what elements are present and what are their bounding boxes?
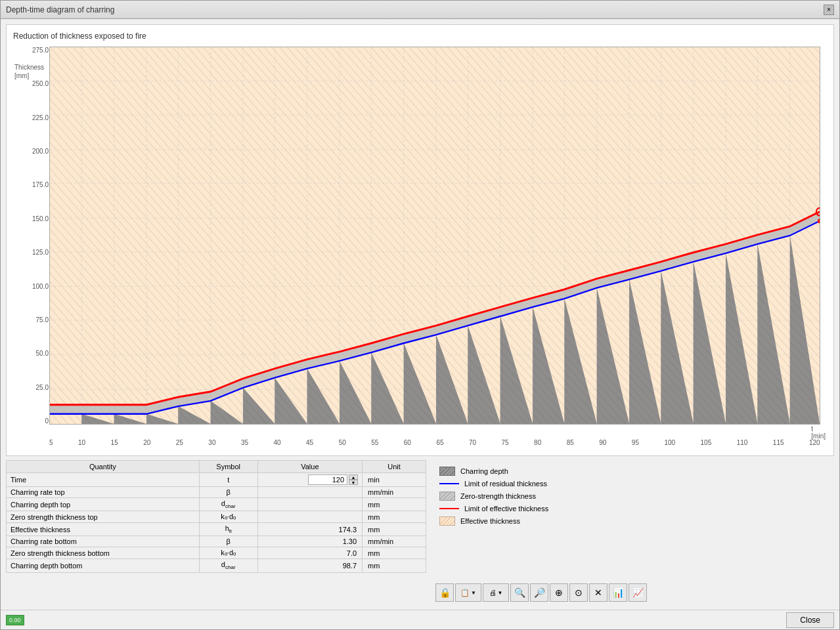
status-left: 0.00 [6,615,24,625]
x-axis: 5 10 15 20 25 30 35 40 45 50 55 60 65 70… [49,439,820,446]
lock-button[interactable]: 🔒 [435,583,454,602]
row-quantity: Time [7,473,200,487]
row-symbol: β [199,487,257,498]
y-ticks: 275.0 250.0 225.0 200.0 175.0 150.0 125.… [20,47,49,425]
row-unit: mm [363,559,426,572]
row-symbol: β [199,536,257,547]
data-table: Quantity Symbol Value Unit Time t [6,460,426,573]
legend-effective-limit: Limit of effective thickness [439,505,828,513]
zoom-fit-button[interactable]: ⊕ [550,583,568,602]
row-unit: mm [363,523,426,536]
table-row: Zero strength thickness top k₀·d₀ mm [7,511,426,523]
table-row: Zero strength thickness bottom k₀·d₀ 7.0… [7,547,426,559]
col-unit: Unit [363,461,426,473]
row-quantity: Charring depth bottom [7,559,200,572]
col-value: Value [257,461,362,473]
legend-effective-thickness: Effective thickness [439,516,828,526]
row-symbol: t [199,473,257,487]
row-symbol: dchar [199,559,257,572]
row-value [257,511,362,523]
chart-area: Thickness[mm] 275.0 250.0 225.0 200.0 17… [13,43,827,448]
x-axis-label: t[min] [811,425,826,440]
legend-zero-strength-label: Zero-strength thickness [460,492,536,500]
legend-charring-depth: Charring depth [439,467,828,476]
row-value [257,498,362,511]
row-quantity: Zero strength thickness top [7,511,200,523]
legend-residual-label: Limit of residual thickness [464,480,547,488]
legend-effective-color [439,516,455,526]
row-unit: mm [363,547,426,559]
chart-title: Reduction of thickness exposed to fire [13,32,827,41]
status-indicator: 0.00 [6,615,24,625]
print-button[interactable]: 🖨▼ [483,583,509,602]
legend-charring-depth-color [439,467,455,476]
time-spinner: ▲ ▼ [349,474,358,485]
row-quantity: Charring rate bottom [7,536,200,547]
status-value: 0.00 [9,617,21,623]
legend-effective-limit-label: Limit of effective thickness [464,505,548,513]
table-section: Quantity Symbol Value Unit Time t [6,460,426,604]
row-unit: mm/min [363,536,426,547]
row-quantity: Charring rate top [7,487,200,498]
row-value: ▲ ▼ [257,473,362,487]
export-button[interactable]: 📋▼ [455,583,481,602]
col-quantity: Quantity [7,461,200,473]
row-unit: mm [363,498,426,511]
chart-inner [49,47,820,425]
row-value: 7.0 [257,547,362,559]
spin-down[interactable]: ▼ [349,480,358,485]
main-content: Reduction of thickness exposed to fire T… [1,19,839,610]
zoom-in-button[interactable]: 🔍 [510,583,529,602]
row-symbol: k₀·d₀ [199,511,257,523]
row-quantity: Charring depth top [7,498,200,511]
table-row: Charring depth top dchar mm [7,498,426,511]
row-unit: min [363,473,426,487]
legend-effective-thickness-label: Effective thickness [460,517,520,525]
legend-charring-depth-label: Charring depth [460,467,508,475]
line-chart-button[interactable]: 📈 [629,583,647,602]
spin-up[interactable]: ▲ [349,474,358,480]
legend-zero-strength-color [439,492,455,501]
row-symbol: k₀·d₀ [199,547,257,559]
row-symbol: dchar [199,498,257,511]
legend-residual-thickness: Limit of residual thickness [439,480,828,488]
toolbar: 🔒 📋▼ 🖨▼ 🔍 🔎 ⊕ ⊙ ✕ 📊 📈 [433,581,834,604]
title-bar: Depth-time diagram of charring × [1,1,839,19]
row-value: 174.3 [257,523,362,536]
row-value: 1.30 [257,536,362,547]
table-row: Time t ▲ ▼ [7,473,426,487]
col-symbol: Symbol [199,461,257,473]
row-unit: mm/min [363,487,426,498]
time-input[interactable] [308,474,347,485]
legend-residual-line [439,483,459,484]
legend-zero-strength: Zero-strength thickness [439,492,828,501]
table-row: Effective thickness hfi 174.3 mm [7,523,426,536]
row-quantity: Zero strength thickness bottom [7,547,200,559]
status-bar: 0.00 Close [1,610,839,629]
row-quantity: Effective thickness [7,523,200,536]
title-close-button[interactable]: × [824,5,834,15]
row-value [257,487,362,498]
legend-effective-line [439,508,459,509]
chart-svg [50,47,820,424]
main-window: Depth-time diagram of charring × Reducti… [0,0,840,630]
close-button[interactable]: Close [786,612,834,628]
clear-button[interactable]: ✕ [589,583,608,602]
table-row: Charring rate top β mm/min [7,487,426,498]
zoom-out-button[interactable]: 🔎 [530,583,548,602]
zoom-reset-button[interactable]: ⊙ [569,583,588,602]
row-unit: mm [363,511,426,523]
table-row: Charring depth bottom dchar 98.7 mm [7,559,426,572]
window-title: Depth-time diagram of charring [6,5,114,14]
row-symbol: hfi [199,523,257,536]
chart-container: Reduction of thickness exposed to fire T… [6,24,834,456]
legend-section: Charring depth Limit of residual thickne… [433,460,834,581]
bar-chart-button[interactable]: 📊 [609,583,627,602]
row-value: 98.7 [257,559,362,572]
right-panel: Charring depth Limit of residual thickne… [433,460,834,604]
table-row: Charring rate bottom β 1.30 mm/min [7,536,426,547]
bottom-panel: Quantity Symbol Value Unit Time t [6,460,834,604]
